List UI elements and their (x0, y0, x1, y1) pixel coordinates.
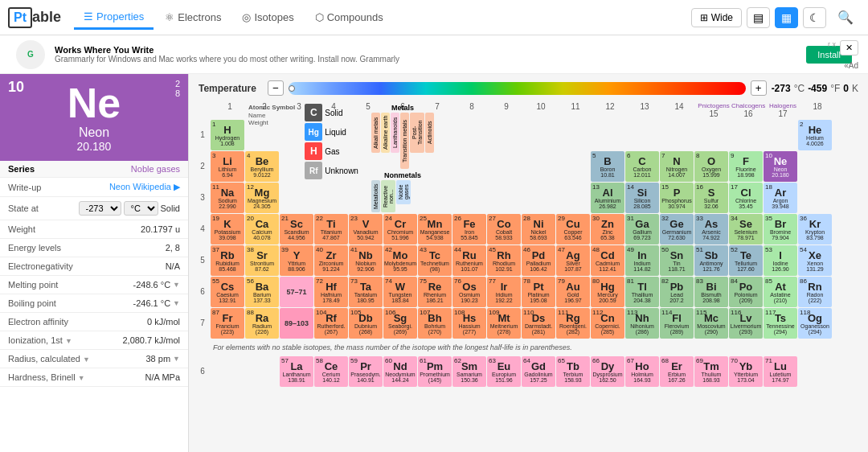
element-Ta[interactable]: 73 Ta Tantalum 180.95 (349, 277, 383, 307)
element-Po[interactable]: 84 Po Polonium (209) (729, 277, 763, 307)
element-Er[interactable]: 68 Er Erbium 167.26 (660, 356, 694, 387)
element-Cl[interactable]: 17 Cl Chlorine 35.45 (729, 183, 763, 213)
element-Rg[interactable]: 111 Rg Roentgeni. (282) (556, 308, 590, 339)
element-Kr[interactable]: 36 Kr Krypton 83.798 (798, 214, 832, 244)
element-Tl[interactable]: 81 Tl Thallium 204.38 (625, 277, 659, 307)
element-Lv[interactable]: 116 Lv Livermorium (293) (729, 308, 763, 339)
element-Mt[interactable]: 109 Mt Meitnerium (278) (487, 308, 521, 339)
element-Cd[interactable]: 48 Cd Cadmium 112.41 (591, 245, 624, 276)
element-Na[interactable]: 11 Na Sodium 22.990 (211, 183, 244, 213)
element-Rf[interactable]: 104 Rf Rutherford. (267) (314, 308, 348, 339)
element-Pm[interactable]: 61 Pm Promethium (145) (418, 356, 452, 387)
element-Re[interactable]: 75 Re Rhenium 186.21 (418, 277, 452, 307)
element-Bh[interactable]: 107 Bh Bohrium (270) (418, 308, 452, 339)
temperature-slider[interactable] (289, 82, 746, 95)
element-Ge[interactable]: 32 Ge Germanium 72.630 (660, 214, 694, 244)
element-Rb[interactable]: 37 Rb Rubidium 85.468 (211, 245, 244, 276)
element-Ti[interactable]: 22 Ti Titanium 47.867 (314, 214, 348, 244)
logo[interactable]: Pt able (8, 7, 61, 28)
wide-button[interactable]: ⊞ Wide (691, 8, 742, 27)
element-Sm[interactable]: 62 Sm Samarium 150.36 (452, 356, 486, 387)
lanthanide-ref[interactable]: 57–71 (280, 277, 313, 307)
element-Fl[interactable]: 114 Fl Flerovium (289) (660, 308, 694, 339)
element-Cs[interactable]: 55 Cs Caesium 132.91 (211, 277, 244, 307)
grid-icon-button[interactable]: ▤ (747, 7, 770, 28)
element-Fr[interactable]: 87 Fr Francium (223) (211, 308, 244, 339)
actinide-ref[interactable]: 89–103 (280, 308, 313, 339)
element-Eu[interactable]: 63 Eu Europium 151.96 (487, 356, 521, 387)
element-O[interactable]: 8 O Oxygen 15.999 (694, 151, 728, 182)
element-Be[interactable]: 4 Be Beryllium 9.0122 (245, 151, 279, 182)
element-Li[interactable]: 3 Li Lithium 6.94 (211, 151, 244, 182)
element-He[interactable]: 2 He Helium 4.0026 (798, 120, 832, 150)
temp-plus-button[interactable]: + (751, 80, 767, 96)
table-icon-button[interactable]: ▦ (775, 7, 798, 28)
element-Hs[interactable]: 108 Hs Hassium (277) (452, 308, 486, 339)
element-Ho[interactable]: 67 Ho Holmium 164.93 (625, 356, 659, 387)
ad-close-button[interactable]: ✕ (840, 40, 858, 55)
element-P[interactable]: 15 P Phosphorus 30.974 (660, 183, 694, 213)
element-Tc[interactable]: 43 Tc Technetium (98) (418, 245, 452, 276)
element-Sn[interactable]: 50 Sn Tin 118.71 (660, 245, 694, 276)
element-B[interactable]: 5 B Boron 10.81 (591, 151, 624, 182)
element-Mc[interactable]: 115 Mc Moscovium (290) (694, 308, 728, 339)
element-Pd[interactable]: 46 Pd Palladium 106.42 (522, 245, 555, 276)
element-Pt[interactable]: 78 Pt Platinum 195.08 (522, 277, 555, 307)
element-C[interactable]: 6 C Carbon 12.011 (625, 151, 659, 182)
element-Y[interactable]: 39 Y Yttrium 88.906 (280, 245, 313, 276)
element-At[interactable]: 85 At Astatine (210) (764, 277, 797, 307)
element-Sb[interactable]: 51 Sb Antimony 121.76 (694, 245, 728, 276)
element-Mn[interactable]: 25 Mn Manganese 54.938 (418, 214, 452, 244)
element-Lu[interactable]: 71 Lu Lutetium 174.97 (764, 356, 797, 387)
element-Hg[interactable]: 80 Hg Mercury 200.59 (591, 277, 624, 307)
element-Bi[interactable]: 83 Bi Bismuth 208.98 (694, 277, 728, 307)
element-Db[interactable]: 105 Db Dubnium (268) (349, 308, 383, 339)
element-I[interactable]: 53 I Iodine 126.90 (764, 245, 797, 276)
element-Ni[interactable]: 28 Ni Nickel 58.693 (522, 214, 555, 244)
element-Te[interactable]: 52 Te Tellurium 127.60 (729, 245, 763, 276)
element-V[interactable]: 23 V Vanadium 50.942 (349, 214, 383, 244)
element-display[interactable]: 10 2 8 Ne Neon 20.180 (0, 74, 188, 161)
element-Ba[interactable]: 56 Ba Barium 137.33 (245, 277, 279, 307)
temp-minus-button[interactable]: − (268, 80, 284, 96)
element-Mg[interactable]: 12 Mg Magnesium 24.305 (245, 183, 279, 213)
element-Xe[interactable]: 54 Xe Xenon 131.29 (798, 245, 832, 276)
search-button[interactable]: 🔍 (831, 6, 860, 28)
element-Ga[interactable]: 31 Ga Gallium 69.723 (625, 214, 659, 244)
element-K[interactable]: 19 K Potassium 39.098 (211, 214, 244, 244)
element-Dy[interactable]: 66 Dy Dysprosium 162.50 (591, 356, 624, 387)
element-Rh[interactable]: 45 Rh Rhodium 102.91 (487, 245, 521, 276)
element-H[interactable]: 1 H Hydrogen 1.008 (211, 120, 244, 150)
element-F[interactable]: 9 F Fluorine 18.998 (729, 151, 763, 182)
element-Nh[interactable]: 113 Nh Nihonium (286) (625, 308, 659, 339)
tab-compounds[interactable]: ⬡ Compounds (305, 6, 393, 28)
element-Cn[interactable]: 112 Cn Copernici. (285) (591, 308, 624, 339)
element-Au[interactable]: 79 Au Gold 196.97 (556, 277, 590, 307)
element-Ca[interactable]: 20 Ca Calcium 40.078 (245, 214, 279, 244)
element-Ra[interactable]: 88 Ra Radium (226) (245, 308, 279, 339)
writeup-link[interactable]: Neon Wikipedia ▶ (109, 182, 180, 192)
element-Ir[interactable]: 77 Ir Iridium 192.22 (487, 277, 521, 307)
element-N[interactable]: 7 N Nitrogen 14.007 (660, 151, 694, 182)
element-Ar[interactable]: 18 Ar Argon 39.948 (764, 183, 797, 213)
element-Sr[interactable]: 38 Sr Strontium 87.62 (245, 245, 279, 276)
element-Ag[interactable]: 47 Ag Silver 107.87 (556, 245, 590, 276)
dark-mode-button[interactable]: ☾ (803, 7, 826, 28)
element-La[interactable]: 57 La Lanthanum 138.91 (280, 356, 313, 387)
element-Ne[interactable]: 10 Ne Neon 20.180 (764, 151, 797, 182)
element-Ce[interactable]: 58 Ce Cerium 140.12 (314, 356, 348, 387)
tab-isotopes[interactable]: ◎ Isotopes (232, 6, 303, 28)
element-Cr[interactable]: 24 Cr Chromium 51.996 (383, 214, 417, 244)
element-Gd[interactable]: 64 Gd Gadolinium 157.25 (522, 356, 555, 387)
element-Yb[interactable]: 70 Yb Ytterbium 173.04 (729, 356, 763, 387)
element-Sc[interactable]: 21 Sc Scandium 44.956 (280, 214, 313, 244)
element-Al[interactable]: 13 Al Aluminium 26.982 (591, 183, 624, 213)
element-In[interactable]: 49 In Indium 114.82 (625, 245, 659, 276)
element-Fe[interactable]: 26 Fe Iron 55.845 (452, 214, 486, 244)
element-As[interactable]: 33 As Arsenic 74.922 (694, 214, 728, 244)
element-Nd[interactable]: 60 Nd Neodymium 144.24 (383, 356, 417, 387)
element-Zr[interactable]: 40 Zr Zirconium 91.224 (314, 245, 348, 276)
element-Nb[interactable]: 41 Nb Niobium 92.906 (349, 245, 383, 276)
element-Mo[interactable]: 42 Mo Molybdenum 95.95 (383, 245, 417, 276)
element-Ts[interactable]: 117 Ts Tennessine (294) (764, 308, 797, 339)
